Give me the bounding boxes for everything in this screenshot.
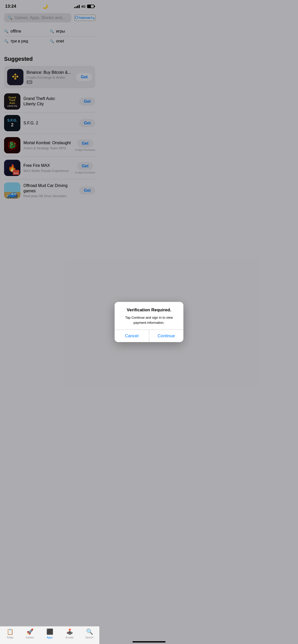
modal-overlay: Verification Required. Tap Continue and … <box>0 0 99 224</box>
